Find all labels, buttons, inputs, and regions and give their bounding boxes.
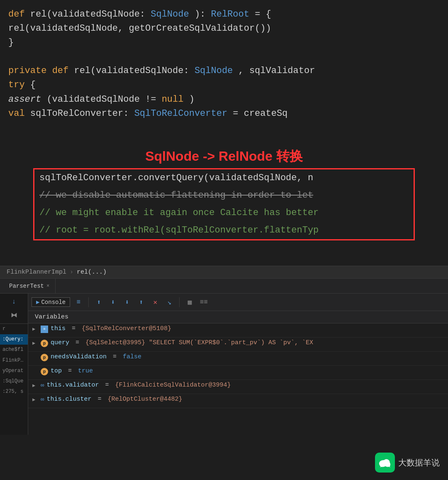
code-line-3: } (0, 36, 448, 50)
var-val-query: {SqlSelect@3995} "SELECT SUM(`EXPR$0`.`p… (85, 339, 313, 346)
var-eq-validator: = (101, 382, 112, 389)
console-button[interactable]: ▶ Console (32, 297, 70, 307)
code-line-8: val sqlToRelConverter: SqlToRelConverter… (0, 107, 448, 121)
left-panel-item-flink: FlinkPla (0, 355, 28, 366)
variables-header: Variables (28, 311, 448, 323)
right-panel: ▶ Console ≡ ⬆ ⬇ ⬇ ⬆ ✕ ↘ ▦ ≡≡ Variables (28, 294, 448, 435)
var-row-cluster: ▶ ∞ this.cluster = {RelOptCluster@4482} (28, 394, 448, 408)
breadcrumb: FlinkPlannerImpl › rel(...) (0, 266, 448, 278)
divider-2 (179, 297, 180, 307)
var-eq-cluster: = (94, 396, 105, 403)
breadcrumb-separator: › (70, 269, 73, 276)
var-icon-cluster: ∞ (41, 396, 44, 403)
step-into-icon[interactable]: ⬇ (121, 296, 133, 308)
expand-this[interactable]: ▶ (32, 326, 38, 332)
expand-query[interactable]: ▶ (32, 340, 38, 346)
var-name-cluster: this.cluster (46, 396, 91, 403)
tab-close-icon[interactable]: × (46, 283, 49, 289)
var-row-needsvalidation: ▶ p needsValidation = false (28, 352, 448, 366)
code-line-6: try { (0, 78, 448, 92)
left-panel-item-r: r (0, 324, 28, 334)
left-panel-item-cache: ache$fl (0, 345, 28, 355)
annotation-label: SqlNode -> RelNode 转换 (33, 147, 448, 166)
step-up-icon[interactable]: ⬆ (93, 296, 105, 308)
step-over-icon[interactable]: ↘ (163, 296, 175, 308)
var-val-cluster: {RelOptCluster@4482} (107, 396, 182, 403)
var-eq-this: = (68, 325, 79, 332)
expand-cluster[interactable]: ▶ (32, 397, 38, 403)
var-row-top: ▶ p top = true (28, 366, 448, 380)
highlight-line-4: // root = root.withRel(sqlToRelConverter… (34, 222, 414, 239)
highlight-box: sqlToRelConverter.convertQuery(validated… (33, 168, 415, 240)
left-panel-item-yop: yOperat (0, 366, 28, 376)
expand-validator[interactable]: ▶ (32, 382, 38, 389)
code-line-1: def rel(validatedSqlNode: SqlNode ): Rel… (0, 7, 448, 22)
var-eq-query: = (72, 339, 83, 346)
remove-icon[interactable]: ✕ (149, 296, 161, 308)
var-icon-needsvalidation: p (41, 354, 48, 361)
code-line-5: private def rel(validatedSqlNode: SqlNod… (0, 64, 448, 78)
var-icon-validator: ∞ (41, 382, 44, 389)
wechat-icon (375, 453, 395, 473)
var-val-needsvalidation: false (123, 353, 141, 360)
hamburger-icon[interactable]: ≡ (73, 296, 84, 308)
filter-icon[interactable]: ⧓ (8, 309, 20, 321)
code-line-7: assert (validatedSqlNode != null ) (0, 93, 448, 107)
var-name-top: top (51, 367, 62, 375)
grid-icon[interactable]: ▦ (184, 296, 195, 308)
var-icon-this: ≡ (41, 326, 48, 333)
console-play-icon: ▶ (36, 299, 39, 306)
var-row-query: ▶ p query = {SqlSelect@3995} "SELECT SUM… (28, 338, 448, 352)
breadcrumb-item-2: rel(...) (77, 269, 107, 276)
left-panel-item-275: :275, s (0, 387, 28, 397)
var-name-query: query (51, 339, 69, 346)
var-icon-query: p (41, 340, 48, 347)
var-val-top: true (78, 367, 93, 375)
code-editor: def rel(validatedSqlNode: SqlNode ): Rel… (0, 0, 448, 266)
highlight-line-3: // we might enable it again once Calcite… (34, 204, 414, 222)
step-out-icon[interactable]: ⬆ (135, 296, 147, 308)
var-val-this: {SqlToRelConverter@5108} (82, 325, 171, 332)
var-row-this: ▶ ≡ this = {SqlToRelConverter@5108} (28, 323, 448, 338)
debugger-tab[interactable]: ParserTest × (3, 279, 56, 293)
left-panel: ↓ ⧓ r :Query: ache$fl FlinkPla yOperat :… (0, 294, 28, 435)
var-name-this: this (51, 325, 66, 332)
breadcrumb-item-1: FlinkPlannerImpl (7, 269, 66, 276)
left-panel-item-query: :Query: (0, 334, 28, 345)
code-line-2: rel(validatedSqlNode, getOrCreateSqlVali… (0, 22, 448, 36)
var-eq-top: = (64, 367, 75, 375)
var-val-validator: {FlinkCalciteSqlValidator@3994} (115, 382, 231, 389)
step-down-icon[interactable]: ↓ (8, 296, 20, 308)
tab-bar: ParserTest × (0, 279, 448, 294)
code-line-blank (0, 50, 448, 64)
debugger-panel: ParserTest × ↓ ⧓ r :Query: ache$fl Flink… (0, 278, 448, 435)
divider-1 (88, 297, 89, 307)
variables-list: ▶ ≡ this = {SqlToRelConverter@5108} ▶ p … (28, 323, 448, 408)
var-eq-needsvalidation: = (109, 353, 120, 360)
align-icon[interactable]: ≡≡ (198, 296, 209, 308)
annotation-overlay: SqlNode -> RelNode 转换 sqlToRelConverter.… (33, 147, 448, 240)
var-name-needsvalidation: needsValidation (51, 353, 107, 360)
tab-label: ParserTest (9, 283, 44, 289)
watermark-text: 大数据羊说 (398, 457, 440, 468)
split-layout: ↓ ⧓ r :Query: ache$fl FlinkPla yOperat :… (0, 294, 448, 435)
highlight-line-1: sqlToRelConverter.convertQuery(validated… (34, 169, 414, 187)
step-down-icon2[interactable]: ⬇ (107, 296, 119, 308)
debug-toolbar: ▶ Console ≡ ⬆ ⬇ ⬇ ⬆ ✕ ↘ ▦ ≡≡ (28, 294, 448, 311)
console-label: Console (41, 299, 66, 306)
var-row-validator: ▶ ∞ this.validator = {FlinkCalciteSqlVal… (28, 380, 448, 394)
highlight-line-2: // we disable automatic flattening in or… (34, 187, 414, 204)
var-icon-top: p (41, 368, 48, 375)
left-panel-item-sqlq: :SqlQue (0, 376, 28, 387)
watermark: 大数据羊说 (375, 453, 440, 473)
var-name-validator: this.validator (46, 382, 99, 389)
